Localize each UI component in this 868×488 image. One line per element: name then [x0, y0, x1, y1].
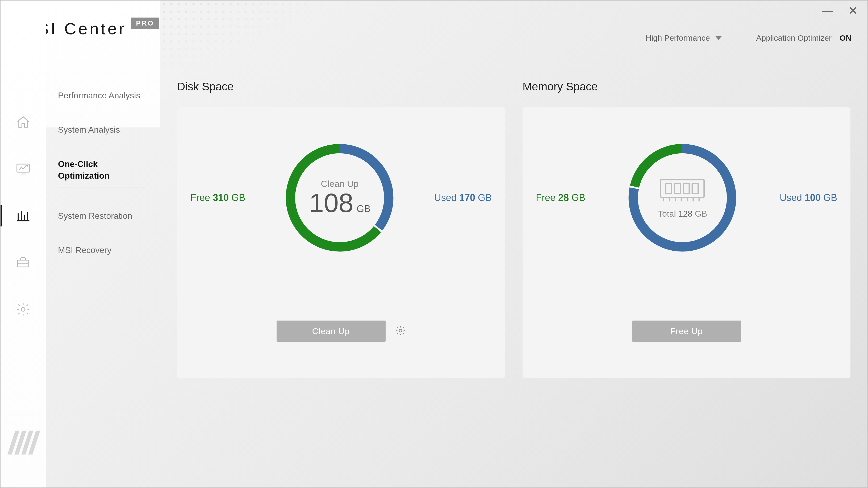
dotted-decoration [160, 1, 309, 70]
memory-free-stat: Free 28 GB [536, 192, 585, 203]
disk-donut-chart: Clean Up 108GB [281, 139, 398, 256]
sidebar-item-system-restoration[interactable]: System Restoration [58, 210, 147, 222]
svg-point-2 [21, 307, 25, 311]
sidebar-item-one-click-optimization[interactable]: One-Click Optimization [58, 158, 147, 187]
disk-center-label: Clean Up [309, 178, 370, 189]
bar-chart-icon[interactable] [16, 208, 31, 223]
sidebar-nav: Performance Analysis System Analysis One… [46, 1, 160, 487]
memory-space-title: Memory Space [523, 80, 850, 93]
pro-badge: PRO [131, 18, 159, 29]
svg-point-5 [399, 329, 402, 332]
ram-icon [658, 176, 707, 205]
icon-rail [1, 1, 46, 487]
disk-free-stat: Free 310 GB [190, 192, 245, 203]
disk-space-title: Disk Space [177, 80, 505, 93]
svg-rect-12 [692, 184, 698, 193]
svg-rect-10 [675, 184, 681, 193]
toolbox-icon[interactable] [16, 255, 31, 270]
memory-space-section: Memory Space Free 28 GB [523, 80, 850, 378]
disk-used-stat: Used 170 GB [434, 192, 492, 203]
clean-up-settings-icon[interactable] [395, 325, 406, 337]
memory-space-card: Free 28 GB [523, 107, 850, 378]
memory-used-stat: Used 100 GB [780, 192, 837, 203]
svg-rect-11 [683, 184, 689, 193]
sidebar-item-performance-analysis[interactable]: Performance Analysis [58, 90, 147, 101]
app-window: — ✕ MSI Center PRO High Performance Appl… [0, 0, 868, 488]
memory-donut-chart: Total 128 GB [624, 139, 741, 256]
disk-space-card: Free 310 GB Clean Up [177, 107, 505, 378]
sidebar-item-system-analysis[interactable]: System Analysis [58, 124, 147, 135]
clean-up-button[interactable]: Clean Up [277, 321, 385, 342]
sidebar-item-msi-recovery[interactable]: MSI Recovery [58, 245, 147, 256]
free-up-button[interactable]: Free Up [632, 321, 741, 342]
gear-icon[interactable] [16, 302, 31, 317]
memory-total-label: Total 128 GB [658, 209, 707, 219]
disk-center-value: 108GB [309, 189, 370, 217]
monitor-graph-icon[interactable] [16, 162, 31, 176]
main-content: Disk Space Free 310 GB [160, 1, 867, 487]
disk-space-section: Disk Space Free 310 GB [177, 80, 505, 378]
home-icon[interactable] [16, 115, 31, 130]
svg-rect-9 [665, 184, 672, 193]
msi-brand-mark [7, 431, 43, 456]
